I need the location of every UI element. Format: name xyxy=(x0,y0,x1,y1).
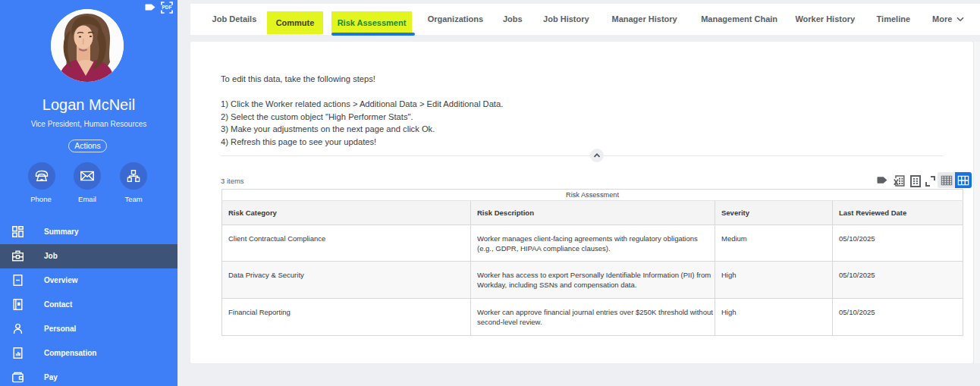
svg-text:PDF: PDF xyxy=(162,5,172,10)
